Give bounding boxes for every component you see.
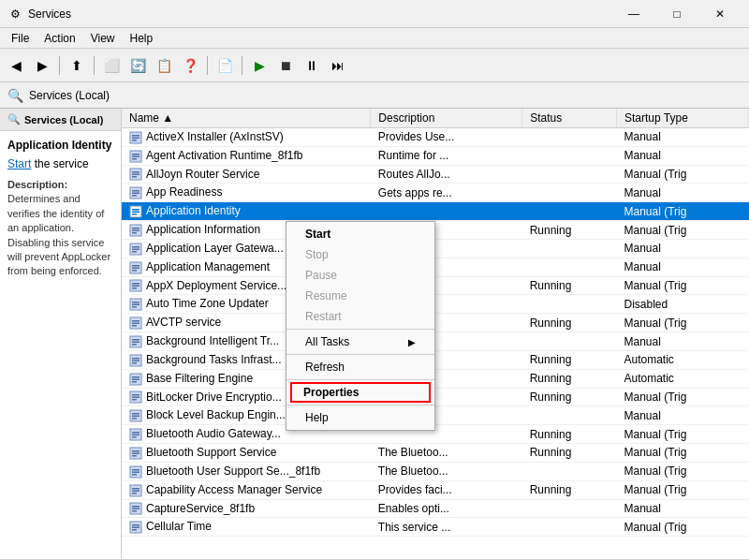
row-startup-type: Disabled [617, 295, 749, 314]
table-row[interactable]: Application IdentityManual (Trig [122, 202, 749, 221]
ctx-pause: Pause [286, 265, 434, 286]
svg-rect-61 [132, 413, 140, 415]
row-status [522, 462, 617, 480]
table-row[interactable]: CaptureService_8f1fbEnables opti...Manua… [122, 499, 749, 518]
svg-rect-65 [132, 432, 140, 434]
ctx-sep-3 [286, 379, 434, 380]
ctx-all-tasks[interactable]: All Tasks ▶ [286, 332, 434, 352]
svg-rect-51 [132, 362, 137, 364]
show-hide-button[interactable]: ⬜ [99, 53, 124, 78]
sidebar-desc-text: Determines and verifies the identity of … [7, 193, 110, 276]
row-startup-type: Manual [617, 128, 749, 147]
col-status[interactable]: Status [522, 109, 617, 128]
row-startup-type: Manual (Trig [617, 165, 749, 184]
row-startup-type: Automatic [617, 350, 749, 369]
menu-view[interactable]: View [83, 28, 123, 48]
svg-rect-2 [132, 137, 140, 139]
table-wrapper[interactable]: Name ▲ Description Status Startup Type A… [122, 109, 749, 559]
refresh-button[interactable]: 🔄 [125, 53, 150, 78]
table-row[interactable]: Cellular TimeThis service ...Manual (Tri… [122, 518, 749, 537]
sidebar-link-suffix: the service [31, 157, 88, 170]
table-row[interactable]: ActiveX Installer (AxInstSV)Provides Use… [122, 128, 749, 147]
svg-rect-77 [132, 488, 140, 490]
svg-rect-9 [132, 171, 140, 173]
svg-rect-33 [132, 283, 140, 285]
context-menu: Start Stop Pause Resume Restart All Task… [286, 221, 435, 431]
address-label: Services (Local) [29, 89, 110, 102]
properties-button[interactable]: 📄 [213, 53, 237, 78]
svg-rect-35 [132, 287, 137, 289]
svg-rect-42 [132, 323, 140, 325]
row-status [522, 146, 617, 165]
table-row[interactable]: App ReadinessGets apps re...Manual [122, 184, 749, 202]
col-startup-type[interactable]: Startup Type [617, 109, 749, 128]
row-startup-type: Manual (Trig [617, 202, 749, 221]
svg-rect-39 [132, 306, 137, 308]
svg-rect-15 [132, 195, 137, 197]
table-row[interactable]: AllJoyn Router ServiceRoutes AllJo...Man… [122, 165, 749, 184]
row-status [522, 406, 617, 425]
table-row[interactable]: Capability Access Manager ServiceProvide… [122, 480, 749, 499]
table-row[interactable]: Bluetooth User Support Se..._8f1fbThe Bl… [122, 462, 749, 480]
maximize-button[interactable]: □ [655, 0, 698, 28]
sidebar-service-title: Application Identity [7, 139, 113, 152]
row-name: ActiveX Installer (AxInstSV) [122, 128, 371, 147]
svg-rect-17 [132, 209, 140, 211]
svg-rect-13 [132, 190, 140, 192]
row-description: Provides Use... [371, 128, 522, 147]
svg-rect-78 [132, 490, 140, 492]
svg-rect-7 [132, 158, 137, 160]
row-name: Application Identity [122, 202, 371, 221]
pause-button[interactable]: ⏸ [300, 53, 324, 78]
svg-rect-5 [132, 154, 140, 155]
ctx-resume: Resume [286, 286, 434, 306]
col-description[interactable]: Description [371, 109, 522, 128]
row-status [522, 239, 617, 258]
ctx-help[interactable]: Help [286, 407, 434, 428]
svg-rect-75 [132, 474, 137, 476]
ctx-properties[interactable]: Properties [290, 382, 431, 403]
restart-button[interactable]: ⏭ [326, 53, 350, 78]
sidebar-icon: 🔍 [7, 113, 21, 125]
main-container: 🔍 Services (Local) Application Identity … [0, 109, 749, 560]
svg-rect-14 [132, 193, 140, 195]
close-button[interactable]: ✕ [698, 0, 742, 28]
row-status [522, 295, 617, 314]
row-startup-type: Manual [617, 332, 749, 351]
svg-rect-66 [132, 435, 140, 436]
svg-rect-74 [132, 471, 140, 473]
up-button[interactable]: ⬆ [65, 53, 89, 78]
row-status [522, 518, 617, 537]
sidebar-content: Application Identity Start the service D… [0, 131, 121, 287]
svg-rect-58 [132, 397, 140, 399]
row-status: Running [522, 276, 617, 295]
menu-file[interactable]: File [4, 28, 37, 48]
stop-button[interactable]: ⏹ [273, 53, 298, 78]
row-status: Running [522, 425, 617, 444]
row-description [371, 202, 522, 221]
row-status: Running [522, 369, 617, 388]
svg-rect-59 [132, 399, 137, 401]
start-button[interactable]: ▶ [247, 53, 272, 78]
table-row[interactable]: Agent Activation Runtime_8f1fbRuntime fo… [122, 146, 749, 165]
table-row[interactable]: Bluetooth Support ServiceThe Bluetoo...R… [122, 444, 749, 463]
ctx-refresh[interactable]: Refresh [286, 357, 434, 377]
ctx-start[interactable]: Start [286, 224, 434, 244]
svg-rect-79 [132, 493, 137, 494]
row-description: The Bluetoo... [371, 462, 522, 480]
help-button[interactable]: ❓ [178, 53, 202, 78]
toolbar-sep-3 [207, 56, 208, 75]
table-header-row: Name ▲ Description Status Startup Type [122, 109, 749, 128]
export-button[interactable]: 📋 [152, 53, 176, 78]
svg-rect-1 [132, 135, 140, 137]
back-button[interactable]: ◀ [4, 53, 28, 78]
title-bar: ⚙ Services — □ ✕ [0, 0, 749, 28]
sidebar-start-link[interactable]: Start [7, 157, 31, 170]
col-name[interactable]: Name ▲ [122, 109, 371, 128]
minimize-button[interactable]: — [612, 0, 655, 28]
svg-rect-25 [132, 246, 140, 248]
menu-action[interactable]: Action [37, 28, 82, 48]
forward-button[interactable]: ▶ [30, 53, 54, 78]
menu-help[interactable]: Help [123, 28, 161, 48]
svg-rect-67 [132, 436, 137, 438]
